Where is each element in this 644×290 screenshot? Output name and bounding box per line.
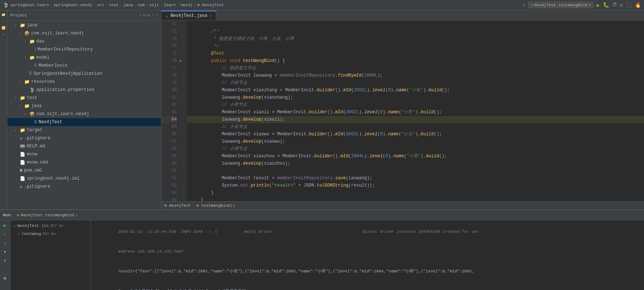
code-line-83: MemberInvit xiaoli = MemberInvit.builder… <box>187 109 644 116</box>
bc-springboot-neo4j[interactable]: springboot-neo4j <box>54 3 92 7</box>
collapse-all-icon[interactable]: ⊟ <box>143 12 146 18</box>
tree-item-member-invit[interactable]: C MemberInvit <box>7 62 161 70</box>
tree-item-neo4jtest[interactable]: C Neo4jTest <box>7 118 161 126</box>
tree-item-iml[interactable]: 📄 springboot-neo4j.iml <box>7 175 161 183</box>
bc-springboot-learn[interactable]: springboot-learn <box>10 3 49 7</box>
bc-neo4jtest[interactable]: ⚙ Neo4jTest <box>197 3 224 7</box>
test-item-testwang[interactable]: ✓ testWang 957 ms <box>10 230 91 238</box>
run-panel: Run: ▶ Neo4jTest.testWangBind ✕ ▶ ✓ ↕ ▾ … <box>0 209 644 290</box>
bc-src[interactable]: src <box>97 3 104 7</box>
sort-button[interactable]: ↕ <box>1 239 9 247</box>
tree-label: .gitignore <box>24 184 50 189</box>
test-item-neo4jtest[interactable]: ✓ Neo4jTest (cc 957 ms <box>10 222 91 230</box>
tree-item-java-test[interactable]: ▾ 📁 java <box>7 102 161 110</box>
app-class-icon: C <box>29 71 32 76</box>
run-button[interactable]: ▶ <box>597 1 600 9</box>
tree-item-mvnw[interactable]: 📄 mvnw <box>7 150 161 158</box>
ln-85: 85 <box>161 123 177 131</box>
ln-81: 81 <box>161 94 177 101</box>
editor-breadcrumb: ⚙ Neo4jTest › ⚙ testWangBind() <box>161 201 644 209</box>
tree-item-app[interactable]: C SpringbootNeo4jApplication <box>7 70 161 78</box>
tree-item-help-md[interactable]: MD HELP.md <box>7 142 161 150</box>
cmd-icon: 📄 <box>20 160 25 165</box>
code-line-87: laowang.develop(xiaowu); <box>187 138 644 145</box>
side-cloud-icon[interactable]: ☁ <box>1 18 7 24</box>
tree-item-test[interactable]: ▾ 📁 test <box>7 94 161 102</box>
gear-icon[interactable]: ⚙ <box>147 12 150 18</box>
project-panel: Project ▾ ⊟ ⚙ ↕ ⋯ ▾ 📁 java ▾ 📦 co <box>7 10 161 209</box>
bc-xsjt[interactable]: xsjt <box>149 3 159 7</box>
editor-tab-neo4jtest[interactable]: ☕ Neo4jTest.java ✕ <box>161 11 216 20</box>
test-item-time: 957 ms <box>43 232 56 236</box>
tree-item-package-test[interactable]: ▾ 📦 com.xsjt.learn.neo4j <box>7 110 161 118</box>
console-output: 2020-01-13 11:36:44.538 INFO 3340 --- [ … <box>91 220 644 290</box>
side-structure-icon[interactable]: ≡ <box>1 32 7 37</box>
tree-item-dao[interactable]: ▾ 📁 dao <box>7 37 161 45</box>
run-all-button[interactable]: ✓ <box>1 231 9 238</box>
tree-item-java[interactable]: ▾ 📁 java <box>7 21 161 29</box>
bc-com[interactable]: com <box>138 3 145 7</box>
fire-icon: 🔥 <box>635 2 641 8</box>
export-button[interactable]: ⬆ <box>1 257 9 264</box>
coverage-button[interactable]: ☑ <box>620 2 623 8</box>
more-icon[interactable]: ⋯ <box>155 12 158 18</box>
tree-item-target[interactable]: ▸ 📁 target <box>7 126 161 134</box>
bc-test[interactable]: test <box>109 3 118 7</box>
update-icon[interactable]: ⇅ <box>523 3 525 7</box>
code-content[interactable]: /** * 隐壁老王绑定小张、小李、小吴、小周 */ @Test public … <box>187 21 644 201</box>
tree-label: model <box>36 55 50 60</box>
filter-button[interactable]: ▾ <box>1 248 9 256</box>
tab-close-button[interactable]: ✕ <box>209 14 212 18</box>
tree-item-application-properties[interactable]: 🍃 application.properties <box>7 86 161 94</box>
profile-button[interactable]: ⏱ <box>612 2 617 8</box>
bc-method[interactable]: ⚙ testWangBind() <box>196 203 235 208</box>
run-content: ✓ Neo4jTest (cc 957 ms ✓ testWang 957 ms… <box>10 220 644 290</box>
tree-item-package[interactable]: ▾ 📦 com.xsjt.learn.neo4j <box>7 29 161 37</box>
code-line-85: // 小吴节点 <box>187 123 644 131</box>
mvnw-icon: 📄 <box>20 152 25 157</box>
stop-button[interactable]: ⬛ <box>626 2 632 8</box>
tree-item-mvnw-cmd[interactable]: 📄 mvnw.cmd <box>7 158 161 166</box>
run-tab-label: Neo4jTest.testWangBind <box>21 213 74 217</box>
tree-item-pom-xml[interactable]: m pom.xml <box>7 166 161 175</box>
tree-arrow: ▸ <box>15 128 20 132</box>
tree-item-member-invit-repository[interactable]: Ⅰ MemberInvitRepository <box>7 45 161 54</box>
side-project-icon[interactable]: 📁 <box>1 12 7 18</box>
debug-button[interactable]: 🐛 <box>603 2 609 8</box>
tree-item-model[interactable]: ▾ 📁 model <box>7 54 161 62</box>
ln-86: 86 <box>161 131 177 138</box>
rerun-button[interactable]: ▶ <box>1 222 9 229</box>
run-tab-close[interactable]: ✕ <box>76 213 78 217</box>
md-icon: MD <box>20 144 25 148</box>
side-git-icon[interactable]: 🔀 <box>1 25 7 31</box>
tree-item-gitignore[interactable]: ◆ .gitignore <box>7 134 161 142</box>
tree-arrow: ▾ <box>24 40 29 44</box>
panel-header: Project ▾ ⊟ ⚙ ↕ ⋯ <box>7 10 161 21</box>
folder-icon: 📁 <box>29 55 35 60</box>
run-tab[interactable]: ▶ Neo4jTest.testWangBind ✕ <box>15 213 79 217</box>
bc-sep4: › <box>120 3 122 7</box>
panel-title: Project <box>10 13 138 18</box>
bc-class[interactable]: ⚙ Neo4jTest <box>164 203 191 208</box>
code-line-74: */ <box>187 43 644 50</box>
settings-button[interactable]: ⚙ <box>1 275 9 282</box>
tree-arrow: ▾ <box>24 112 29 116</box>
tree-label: MemberInvitRepository <box>37 47 93 52</box>
bc-learn[interactable]: learn <box>164 3 176 7</box>
ln-78: 78 <box>161 72 177 79</box>
code-line-95: } <box>187 197 644 201</box>
test-folder-icon: 📁 <box>20 95 25 101</box>
tree-item-gitignore2[interactable]: ◆ .gitignore <box>7 183 161 191</box>
bc-sep1: › <box>50 3 53 7</box>
run-panel-body: ▶ ✓ ↕ ▾ ⬆ ↑ ⚙ ✓ Neo4jTest (cc 957 ms ✓ t… <box>0 220 644 290</box>
test-item-label: Neo4jTest (cc <box>17 224 49 228</box>
expand-icon[interactable]: ↕ <box>151 12 154 18</box>
tree-label: HELP.md <box>27 144 45 149</box>
console-line-2: address 192.168.14.132:7687 <box>94 242 641 261</box>
run-config-arrow[interactable]: ▾ <box>589 3 591 7</box>
prev-fail-button[interactable]: ↑ <box>1 266 9 273</box>
bc-java[interactable]: java <box>123 3 133 7</box>
bc-neo4j[interactable]: neo4j <box>180 3 193 7</box>
tree-item-resources[interactable]: ▾ 📁 resources <box>7 78 161 86</box>
run-config-dropdown[interactable]: ⚙ Neo4jTest.testWangBind ▾ <box>528 2 593 8</box>
